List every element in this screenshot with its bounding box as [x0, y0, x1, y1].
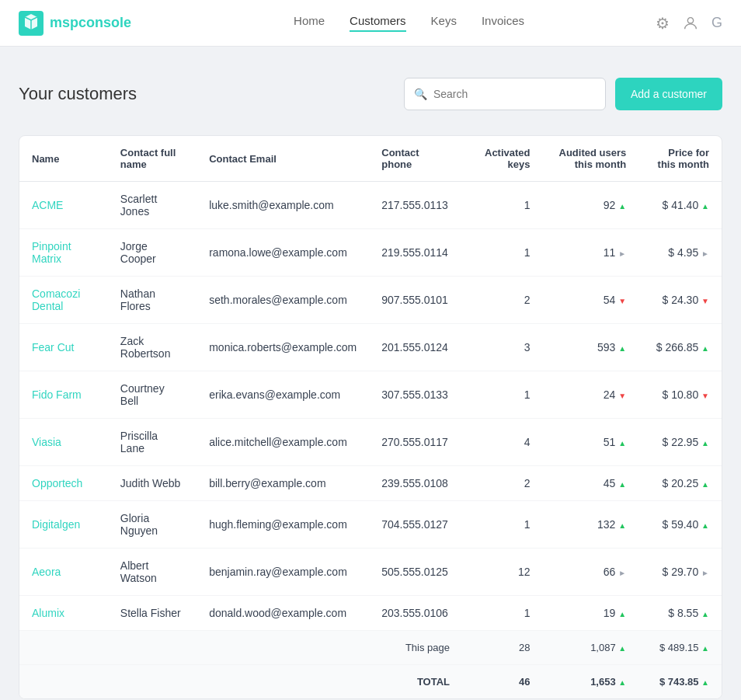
cell-name: Digitalgen	[19, 501, 108, 549]
cell-price: $ 266.85 ▲	[638, 324, 722, 371]
cell-price: $ 20.25 ▲	[638, 466, 722, 501]
logo-text: mspconsole	[50, 15, 131, 31]
svg-point-1	[687, 17, 693, 23]
customer-link[interactable]: Comacozi Dental	[32, 287, 80, 312]
customer-link[interactable]: Opportech	[32, 477, 82, 489]
table-row: Comacozi Dental Nathan Flores seth.moral…	[19, 277, 722, 324]
customer-link[interactable]: Fear Cut	[32, 341, 74, 353]
summary-total-label: TOTAL	[369, 665, 462, 699]
customer-link[interactable]: ACME	[32, 199, 63, 211]
search-icon: 🔍	[414, 88, 427, 100]
customer-link[interactable]: Digitalgen	[32, 518, 80, 531]
cell-phone: 219.555.0114	[369, 229, 462, 277]
nav-link-customers[interactable]: Customers	[350, 14, 406, 32]
customer-link[interactable]: Viasia	[32, 436, 61, 448]
g-icon[interactable]: G	[711, 15, 722, 31]
table-row: Fear Cut Zack Robertson monica.roberts@e…	[19, 324, 722, 371]
cell-contact-name: Stella Fisher	[108, 596, 197, 631]
cell-email: seth.morales@example.com	[197, 277, 369, 324]
nav-link-home[interactable]: Home	[294, 14, 325, 32]
nav-link-keys[interactable]: Keys	[431, 14, 457, 32]
customer-link[interactable]: Aeora	[32, 566, 61, 578]
table-row: Opportech Judith Webb bill.berry@example…	[19, 466, 722, 501]
main-content: Your customers 🔍 Add a customer Name Con…	[0, 47, 741, 700]
cell-phone: 704.555.0127	[369, 501, 462, 549]
customer-link[interactable]: Fido Farm	[32, 388, 82, 401]
cell-email: donald.wood@example.com	[197, 596, 369, 631]
cell-email: luke.smith@example.com	[197, 182, 369, 229]
trend-up-icon: ▲	[618, 480, 626, 489]
cell-audited: 66 ►	[543, 549, 639, 596]
trend-up-icon: ▲	[618, 521, 626, 530]
search-box: 🔍	[404, 78, 606, 110]
trend-up-icon: ▲	[618, 644, 626, 653]
cell-audited: 11 ►	[543, 229, 639, 277]
search-input[interactable]	[433, 88, 596, 100]
summary-total-row: TOTAL 46 1,653 ▲ $ 743.85 ▲	[19, 665, 722, 699]
cell-contact-name: Nathan Flores	[108, 277, 197, 324]
cell-price: $ 8.55 ▲	[638, 596, 722, 631]
table-row: ACME Scarlett Jones luke.smith@example.c…	[19, 182, 722, 229]
cell-contact-name: Zack Robertson	[108, 324, 197, 371]
summary-page-audited: 1,087 ▲	[543, 631, 639, 665]
table-row: Alumix Stella Fisher donald.wood@example…	[19, 596, 722, 631]
cell-keys: 1	[462, 371, 543, 419]
cell-contact-name: Jorge Cooper	[108, 229, 197, 277]
table-row: Viasia Priscilla Lane alice.mitchell@exa…	[19, 419, 722, 466]
user-icon[interactable]	[682, 15, 699, 32]
trend-down-icon: ▼	[618, 297, 626, 305]
cell-keys: 1	[462, 182, 543, 229]
cell-keys: 1	[462, 596, 543, 631]
cell-name: Viasia	[19, 419, 108, 466]
cell-name: Comacozi Dental	[19, 277, 108, 324]
cell-keys: 3	[462, 324, 543, 371]
trend-up-icon: ▲	[618, 610, 626, 618]
cell-audited: 19 ▲	[543, 596, 639, 631]
add-customer-button[interactable]: Add a customer	[615, 78, 722, 110]
cell-name: Fear Cut	[19, 324, 108, 371]
cell-phone: 201.555.0124	[369, 324, 462, 371]
trend-up-icon: ▲	[618, 439, 626, 448]
trend-up-icon: ▲	[618, 678, 626, 687]
cell-price: $ 24.30 ▼	[638, 277, 722, 324]
col-email: Contact Email	[197, 136, 369, 182]
cell-price: $ 10.80 ▼	[638, 371, 722, 419]
empty-cell	[19, 631, 369, 665]
customer-link[interactable]: Pinpoint Matrix	[32, 240, 71, 265]
col-name: Name	[19, 136, 108, 182]
cell-contact-name: Gloria Nguyen	[108, 501, 197, 549]
cell-name: ACME	[19, 182, 108, 229]
cell-keys: 1	[462, 501, 543, 549]
settings-icon[interactable]: ⚙	[656, 14, 670, 33]
cell-phone: 203.555.0106	[369, 596, 462, 631]
cell-email: bill.berry@example.com	[197, 466, 369, 501]
trend-up-icon: ▲	[701, 610, 709, 618]
cell-email: ramona.lowe@example.com	[197, 229, 369, 277]
logo: mspconsole	[19, 11, 131, 36]
cell-price: $ 41.40 ▲	[638, 182, 722, 229]
nav-icons: ⚙ G	[656, 14, 722, 33]
summary-page-label-text: This page	[369, 631, 462, 665]
trend-up-icon: ▲	[701, 344, 709, 353]
header-actions: 🔍 Add a customer	[404, 78, 722, 110]
trend-up-icon: ▲	[618, 202, 626, 211]
cell-name: Fido Farm	[19, 371, 108, 419]
summary-page-price: $ 489.15 ▲	[638, 631, 722, 665]
nav-link-invoices[interactable]: Invoices	[482, 14, 524, 32]
customers-table-wrap: Name Contact full name Contact Email Con…	[19, 135, 722, 699]
trend-right-icon: ►	[618, 249, 626, 258]
col-keys: Activated keys	[462, 136, 543, 182]
cell-audited: 51 ▲	[543, 419, 639, 466]
customer-link[interactable]: Alumix	[32, 607, 64, 619]
summary-total-price: $ 743.85 ▲	[638, 665, 722, 699]
trend-up-icon: ▲	[701, 480, 709, 489]
cell-price: $ 4.95 ►	[638, 229, 722, 277]
cell-email: monica.roberts@example.com	[197, 324, 369, 371]
trend-down-icon: ▼	[618, 392, 626, 400]
col-phone: Contact phone	[369, 136, 462, 182]
cell-phone: 270.555.0117	[369, 419, 462, 466]
cell-email: benjamin.ray@example.com	[197, 549, 369, 596]
summary-total-keys: 46	[462, 665, 543, 699]
cell-price: $ 29.70 ►	[638, 549, 722, 596]
cell-price: $ 22.95 ▲	[638, 419, 722, 466]
